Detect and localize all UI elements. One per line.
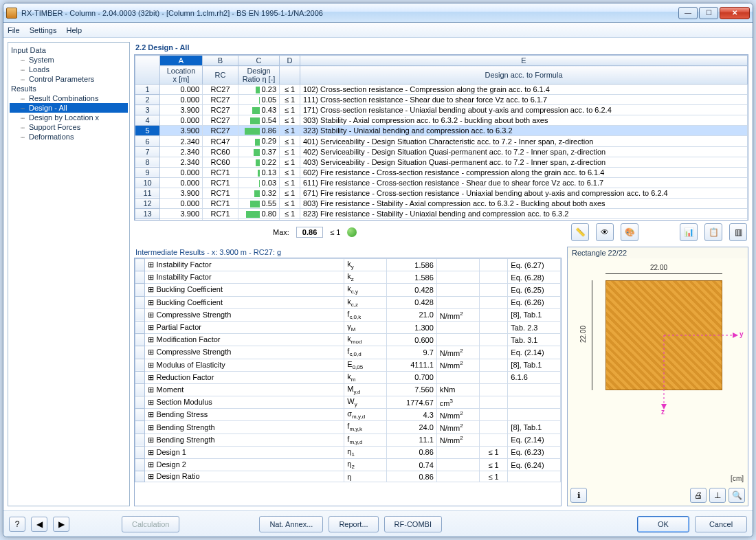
intermed-row[interactable]: ⊞ Compressive Strengthfc,0,d9.7N/mm2Eq. … — [135, 346, 561, 359]
menu-settings[interactable]: Settings — [30, 26, 57, 34]
maximize-button[interactable]: ☐ — [699, 7, 718, 19]
intermed-row[interactable]: ⊞ Compressive Strengthfc,0,k21.0N/mm2[8]… — [135, 308, 561, 321]
intermed-row[interactable]: ⊞ Design Ratioη0.86≤ 1 — [135, 471, 561, 482]
intermed-row[interactable]: ⊞ Modification Factorkmod0.600Tab. 3.1 — [135, 334, 561, 346]
intermed-row[interactable]: ⊞ Partial FactorγM1.300Tab. 2.3 — [135, 321, 561, 333]
section-title: 2.2 Design - All — [134, 42, 748, 54]
nat-annex-button[interactable]: Nat. Annex... — [259, 516, 323, 532]
intermed-row[interactable]: ⊞ Modulus of ElasticityE0,054111.1N/mm2[… — [135, 359, 561, 371]
col-e[interactable]: E — [300, 56, 748, 66]
tree-item[interactable]: ⋯Support Forces — [10, 122, 128, 132]
col-b[interactable]: B — [203, 56, 238, 66]
section-preview: Rectangle 22/22 22.00 22.00 — [567, 247, 748, 506]
footer: ? ◀ ▶ Calculation Nat. Annex... Report..… — [3, 510, 753, 537]
intermed-row[interactable]: ⊞ Design 2η20.74≤ 1Eq. (6.24) — [135, 459, 561, 471]
preview-title: Rectangle 22/22 — [568, 247, 748, 258]
table-row[interactable]: 113.900RC71 0.32≤ 1671) Fire resistance … — [135, 188, 748, 198]
calculation-button[interactable]: Calculation — [122, 516, 179, 532]
titlebar: RX-TIMBER - Column - 2.04.0003 (32bit) -… — [3, 3, 753, 23]
print-view-button[interactable]: 🖨 — [690, 488, 707, 503]
max-label: Max: — [273, 228, 289, 236]
tree-item[interactable]: ⋯Result Combinations — [10, 93, 128, 103]
detail-list-button[interactable]: 📋 — [704, 223, 722, 241]
intermed-row[interactable]: ⊞ Bending Strengthfm,y,k24.0N/mm2[8], Ta… — [135, 421, 561, 434]
intermediate-grid[interactable]: ⊞ Instability Factorky1.586Eq. (6.27)⊞ I… — [134, 258, 562, 506]
table-row[interactable]: 133.900RC71 0.80≤ 1823) Fire resistance … — [135, 209, 748, 219]
svg-marker-2 — [733, 333, 738, 338]
table-row[interactable]: 100.000RC71 0.03≤ 1611) Fire resistance … — [135, 177, 748, 188]
unit-label: [cm] — [731, 475, 744, 482]
intermed-row[interactable]: ⊞ Bending Strengthfm,y,d11.1N/mm2Eq. (2.… — [135, 434, 561, 446]
design-grid[interactable]: A B C D E Locationx [m] RC DesignRatio η… — [134, 54, 748, 221]
menubar: File Settings Help — [3, 23, 753, 38]
tree-item[interactable]: ⋯System — [10, 55, 128, 65]
info-button[interactable]: ℹ — [570, 488, 587, 503]
intermed-row[interactable]: ⊞ Buckling Coefficientkc,y0.428Eq. (6.25… — [135, 284, 561, 296]
y-axis-label: y — [740, 330, 744, 338]
tree-results[interactable]: Results — [10, 84, 128, 93]
prev-button[interactable]: ◀ — [31, 517, 47, 532]
col-d[interactable]: D — [280, 56, 300, 66]
menu-file[interactable]: File — [8, 26, 20, 34]
report-button[interactable]: Report... — [329, 516, 378, 532]
max-row: Max: 0.86 ≤ 1 📏 👁 🎨 📊 📋 ▥ — [134, 221, 748, 244]
intermed-row[interactable]: ⊞ Buckling Coefficientkc,z0.428Eq. (6.26… — [135, 296, 561, 308]
table-row[interactable]: 20.000RC27 0.05≤ 1111) Cross-section res… — [135, 95, 748, 105]
app-icon — [6, 8, 17, 19]
col-c[interactable]: C — [238, 56, 280, 66]
table-row[interactable]: 40.000RC27 0.54≤ 1303) Stability - Axial… — [135, 115, 748, 126]
minimize-button[interactable]: — — [678, 7, 698, 19]
table-row[interactable]: 90.000RC71 0.13≤ 1602) Fire resistance -… — [135, 167, 748, 177]
tree-item[interactable]: ⋯Design - All — [10, 103, 128, 113]
intermediate-title: Intermediate Results - x: 3.900 m - RC27… — [134, 247, 562, 258]
zoom-button[interactable]: 🔍 — [729, 488, 745, 503]
table-row[interactable]: 62.340RC47 0.29≤ 1401) Serviceability - … — [135, 136, 748, 146]
menu-help[interactable]: Help — [66, 26, 82, 34]
axes-button[interactable]: ⊥ — [709, 488, 726, 503]
z-axis-label: z — [661, 408, 665, 416]
axes-overlay — [568, 258, 746, 416]
table-row[interactable]: 33.900RC27 0.43≤ 1171) Cross-section res… — [135, 105, 748, 115]
next-button[interactable]: ▶ — [53, 517, 69, 532]
nav-tree[interactable]: Input Data ⋯System⋯Loads⋯Control Paramet… — [8, 42, 130, 506]
intermed-row[interactable]: ⊞ MomentMy,d7.560kNm — [135, 383, 561, 396]
tree-item[interactable]: ⋯Design by Location x — [10, 113, 128, 122]
graphic-result-button[interactable]: 📊 — [680, 223, 698, 241]
filter-ratio-button[interactable]: 📏 — [571, 223, 589, 241]
table-row[interactable]: 53.900RC27 0.86≤ 1323) Stability - Uniax… — [135, 126, 748, 136]
tree-item[interactable]: ⋯Control Parameters — [10, 74, 128, 84]
max-rel: ≤ 1 — [330, 228, 340, 236]
filter-view-button[interactable]: 👁 — [596, 223, 614, 241]
filter-color-button[interactable]: 🎨 — [621, 223, 638, 241]
filter-extra-button[interactable]: ▥ — [729, 223, 747, 241]
tree-input-data[interactable]: Input Data — [10, 45, 128, 55]
intermed-row[interactable]: ⊞ Reduction Factorkm0.7006.1.6 — [135, 371, 561, 383]
tree-item[interactable]: ⋯Deformations — [10, 132, 128, 142]
app-window: RX-TIMBER - Column - 2.04.0003 (32bit) -… — [3, 3, 753, 537]
intermed-row[interactable]: ⊞ Instability Factorky1.586Eq. (6.27) — [135, 259, 561, 271]
ok-icon — [347, 227, 357, 237]
help-button[interactable]: ? — [9, 517, 25, 532]
table-row[interactable]: 10.000RC27 0.23≤ 1102) Cross-section res… — [135, 85, 748, 95]
table-row[interactable]: 120.000RC71 0.55≤ 1803) Fire resistance … — [135, 199, 748, 209]
cancel-button[interactable]: Cancel — [695, 516, 747, 532]
table-row[interactable]: 82.340RC60 0.22≤ 1403) Serviceability - … — [135, 157, 748, 167]
max-value: 0.86 — [296, 227, 323, 238]
window-title: RX-TIMBER - Column - 2.04.0003 (32bit) -… — [21, 9, 678, 17]
rf-combi-button[interactable]: RF-COMBI — [384, 516, 442, 532]
table-row[interactable]: 72.340RC60 0.37≤ 1402) Serviceability - … — [135, 146, 748, 157]
intermed-row[interactable]: ⊞ Instability Factorkz1.586Eq. (6.28) — [135, 271, 561, 284]
intermed-row[interactable]: ⊞ Bending Stressσm,y,d4.3N/mm2 — [135, 409, 561, 421]
tree-item[interactable]: ⋯Loads — [10, 65, 128, 74]
col-a[interactable]: A — [160, 56, 203, 66]
intermed-row[interactable]: ⊞ Section ModulusWy1774.67cm3 — [135, 396, 561, 409]
intermed-row[interactable]: ⊞ Design 1η10.86≤ 1Eq. (6.23) — [135, 446, 561, 458]
ok-button[interactable]: OK — [637, 516, 689, 532]
close-button[interactable]: ✕ — [720, 7, 750, 19]
